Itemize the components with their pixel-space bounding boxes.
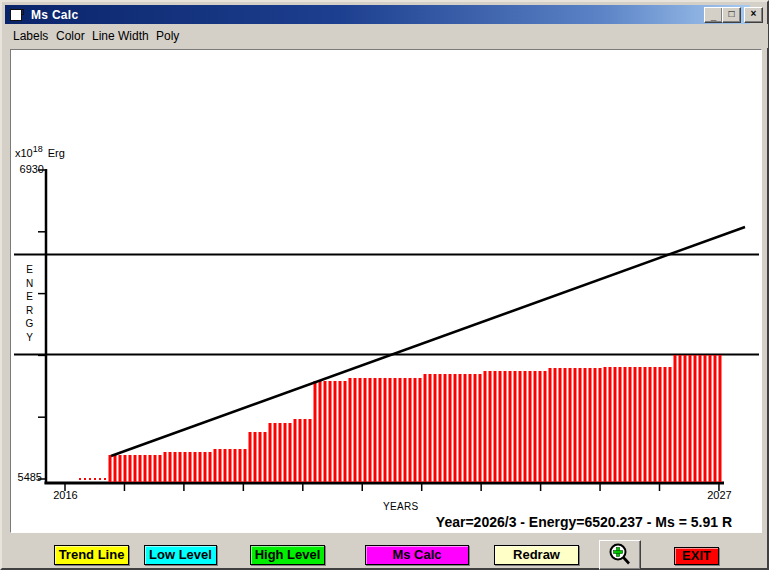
magnifier-icon	[607, 543, 633, 567]
y-tick-label-top: 6930	[13, 163, 44, 175]
low-level-button[interactable]: Low Level	[144, 545, 217, 565]
title-bar[interactable]: Ms Calc	[5, 5, 750, 24]
app-icon[interactable]	[8, 8, 23, 21]
app-window: Ms Calc _ □ × Labels Color Line Width Po…	[0, 0, 769, 570]
minimize-button[interactable]: _	[704, 7, 723, 23]
y-axis-unit-label: x1018Erg	[15, 144, 65, 159]
high-level-button[interactable]: High Level	[250, 545, 325, 565]
x-axis-title: YEARS	[383, 501, 418, 512]
unit-suffix: Erg	[48, 147, 65, 159]
menu-bar: Labels Color Line Width Poly	[5, 24, 768, 48]
ms-calc-button[interactable]: Ms Calc	[365, 545, 469, 565]
trend-line-button[interactable]: Trend Line	[54, 545, 129, 565]
x-tick-label-left: 2016	[49, 489, 82, 501]
close-button[interactable]: ×	[744, 7, 763, 23]
zoom-button[interactable]	[599, 540, 641, 570]
window-title: Ms Calc	[31, 8, 78, 22]
menu-item-line-width[interactable]: Line Width	[92, 29, 149, 43]
close-icon: ×	[751, 8, 757, 19]
exit-button[interactable]: EXIT	[674, 547, 719, 565]
y-tick-label-bottom: 5485	[11, 471, 42, 483]
x-tick-label-right: 2027	[703, 489, 736, 501]
redraw-button[interactable]: Redraw	[494, 545, 579, 565]
status-text: Year=2026/3 - Energy=6520.237 - Ms = 5.9…	[402, 514, 732, 530]
menu-item-poly[interactable]: Poly	[156, 29, 179, 43]
unit-exponent: 18	[33, 144, 43, 154]
menu-item-color[interactable]: Color	[56, 29, 85, 43]
y-axis-title: ENERGY	[23, 263, 36, 344]
maximize-icon: □	[728, 8, 734, 19]
plot-panel[interactable]	[10, 49, 762, 533]
app-icon-form	[10, 9, 22, 21]
unit-prefix: x10	[15, 147, 33, 159]
maximize-button[interactable]: □	[722, 7, 741, 23]
minimize-icon: _	[711, 10, 717, 21]
menu-item-labels[interactable]: Labels	[13, 29, 48, 43]
